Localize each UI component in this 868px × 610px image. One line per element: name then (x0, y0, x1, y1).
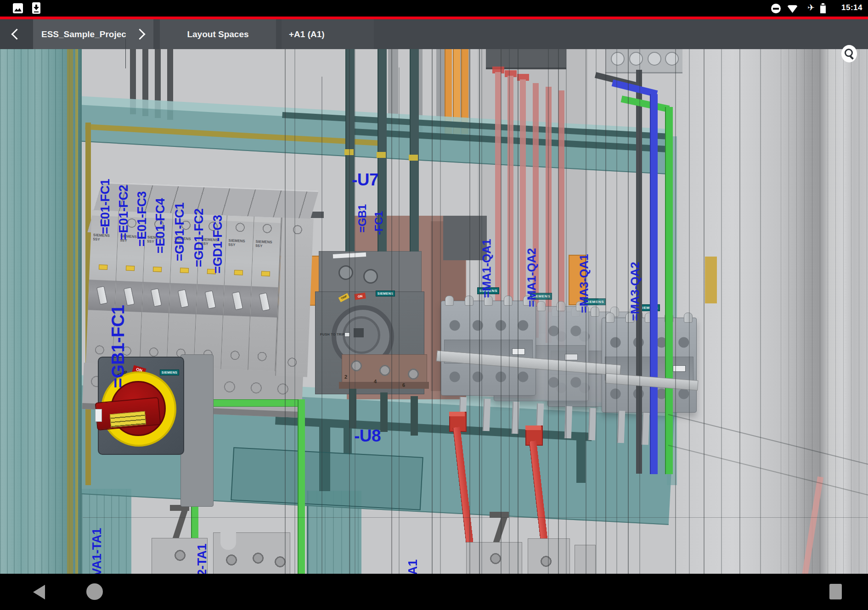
home-nav-button[interactable] (86, 583, 103, 600)
airplane-mode-icon: ✈ (807, 2, 815, 13)
chevron-left-icon (11, 28, 22, 39)
terminal-number: 4 (374, 379, 377, 384)
screw (363, 269, 378, 284)
main-switch-tag: =GB1-FC1 (108, 305, 128, 388)
search-icon (845, 49, 853, 57)
contactor-tag-1: =MA1-QA1 (480, 239, 494, 298)
project-title-tab[interactable]: ESS_Sample_Project (33, 19, 134, 49)
blue-wire-vertical (650, 94, 658, 474)
contactor-tag-3: =MA3-QA1 (577, 254, 592, 313)
siemens-label: SIEMENS (160, 369, 179, 375)
olive-rail-stripe (67, 49, 73, 574)
contactor-1[interactable]: SIEMENS (441, 301, 536, 396)
contactor-tag-4: =MA3-QA2 (628, 262, 643, 321)
wifi-icon (787, 4, 798, 13)
terminal-number: 6 (402, 382, 405, 388)
mccb-tag-line1: =GB1 (356, 204, 369, 232)
mccb-tag-line2: -FC1 (372, 211, 385, 235)
search-button[interactable] (841, 45, 857, 62)
layout-spaces-tab[interactable]: Layout Spaces (160, 19, 276, 49)
screenshot-icon (13, 3, 23, 13)
battery-icon (820, 5, 826, 13)
forward-button[interactable] (126, 19, 153, 49)
clock: 15:14 (841, 3, 862, 12)
right-panel-lines (781, 49, 868, 574)
android-nav-bar (0, 574, 868, 610)
component-tag-breaker-2: =E01-FC2 (117, 185, 131, 240)
indicator-window (99, 264, 107, 270)
model-text: 5SY (93, 237, 109, 242)
terminal-bolt (349, 358, 364, 373)
duct-tag-u8: -U8 (354, 426, 381, 446)
component-tag-breaker-6: =GD1-FC2 (192, 208, 206, 267)
contactor-tag-2: =MA1-QA2 (525, 248, 539, 307)
screw (338, 265, 353, 280)
inner-duct-box (231, 447, 423, 510)
breaker-toggle[interactable] (150, 288, 161, 307)
terminal-number: 2 (344, 374, 347, 380)
recents-nav-button[interactable] (829, 584, 842, 599)
green-wire-vertical-2 (298, 399, 305, 574)
bottom-tag-3: A1 (406, 560, 420, 574)
left-wire-duct[interactable] (0, 49, 82, 574)
component-tag-breaker-4: =E01-FC4 (153, 198, 168, 253)
bottom-tag-2: 2-TA1 (195, 544, 209, 574)
breaker-toggle[interactable] (204, 291, 215, 309)
terminal-block-group-b[interactable] (466, 538, 595, 574)
project-title: ESS_Sample_Project (41, 29, 129, 39)
back-button[interactable] (0, 19, 33, 49)
3d-viewport[interactable]: SIEMENS5SY SIEMENS5SY SIEMENS5SY (0, 49, 868, 574)
breaker-toggle[interactable] (259, 292, 270, 311)
usb-install-icon (32, 2, 40, 14)
component-tag-breaker-1: =E01-FC1 (98, 179, 113, 234)
right-panel-light (675, 49, 781, 574)
component-tag-breaker-3: =E01-FC3 (135, 191, 149, 246)
duct-tag-u7: -U7 (352, 170, 378, 190)
status-bar: ✈ 15:14 (0, 0, 868, 17)
component-tag-breaker-7: =GD1-FC3 (211, 215, 225, 273)
app-toolbar: ESS_Sample_Project Layout Spaces +A1 (A1… (0, 19, 868, 49)
bottom-teal-left (82, 489, 131, 574)
back-nav-button[interactable] (33, 585, 45, 599)
breaker-toggle[interactable] (96, 286, 107, 305)
terminal-bolt (378, 363, 392, 378)
breaker-toggle[interactable] (177, 289, 188, 308)
lower-duct-branch-3 (576, 432, 586, 483)
din-rail-tan (705, 257, 717, 303)
toolbar-separator (125, 39, 126, 68)
layout-a1-tab[interactable]: +A1 (A1) (282, 19, 374, 49)
mccb-breaker[interactable]: TRIP ON SIEMENS PUSH TO TRIP 2 4 6 (315, 251, 425, 430)
do-not-disturb-icon (771, 4, 781, 13)
mccb-top-cover (319, 251, 422, 294)
chevron-right-icon (134, 28, 145, 39)
terminal-bolt (406, 367, 421, 381)
green-wire-vertical-right (665, 107, 673, 474)
switch-housing (180, 354, 214, 507)
bottom-tag-1: VA1-TA1 (90, 528, 104, 574)
component-tag-breaker-5: =GD1-FC1 (173, 202, 187, 261)
breaker-toggle[interactable] (123, 287, 134, 306)
handle-tab (95, 409, 102, 422)
breaker-toggle[interactable] (231, 291, 242, 310)
contact-indicator (512, 348, 525, 355)
push-to-trip-text: PUSH TO TRIP (320, 333, 345, 336)
terminal-block-group-a[interactable] (152, 532, 289, 574)
android-screen: ✈ 15:14 ESS_Sample_Project Layout Spaces… (0, 0, 868, 610)
